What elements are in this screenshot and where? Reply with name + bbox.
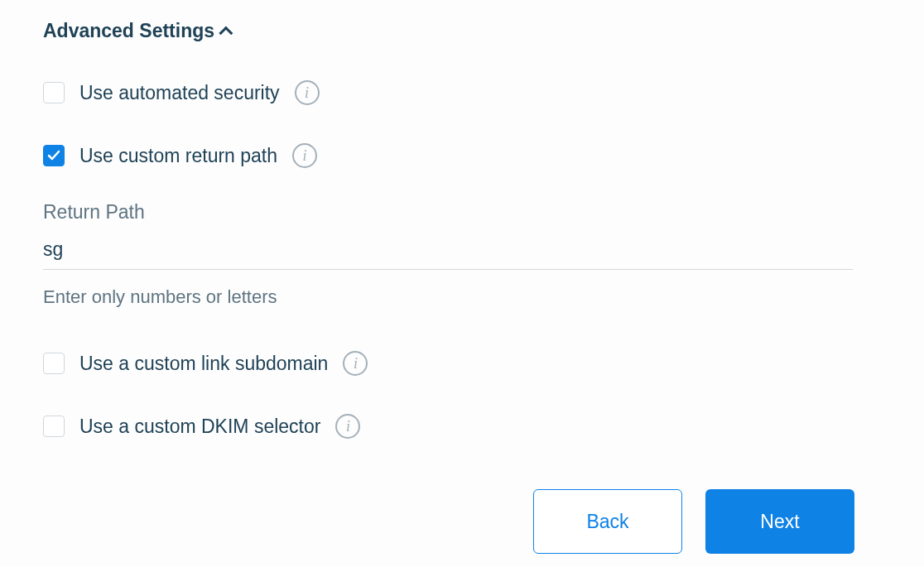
option-automated-security: Use automated security i [43,80,881,105]
return-path-label: Return Path [43,201,881,223]
checkbox-custom-return-path[interactable] [43,145,65,166]
option-custom-dkim-selector: Use a custom DKIM selector i [43,414,881,439]
option-label: Use a custom link subdomain [79,353,328,375]
chevron-up-icon [219,26,233,40]
checkbox-custom-link-subdomain[interactable] [43,353,65,374]
info-icon[interactable]: i [292,143,317,168]
return-path-input[interactable] [43,233,853,270]
option-label: Use automated security [79,82,280,104]
advanced-settings-toggle[interactable]: Advanced Settings [43,20,881,42]
checkbox-automated-security[interactable] [43,82,65,103]
return-path-field: Return Path Enter only numbers or letter… [43,201,881,308]
next-button[interactable]: Next [705,489,854,554]
back-button[interactable]: Back [533,489,682,554]
option-custom-link-subdomain: Use a custom link subdomain i [43,351,881,376]
option-label: Use a custom DKIM selector [79,416,320,438]
option-custom-return-path: Use custom return path i [43,143,881,168]
info-icon[interactable]: i [343,351,368,376]
check-icon [47,149,60,162]
option-label: Use custom return path [79,145,277,167]
info-icon[interactable]: i [295,80,320,105]
checkbox-custom-dkim-selector[interactable] [43,416,65,437]
button-row: Back Next [533,489,854,554]
section-title: Advanced Settings [43,20,214,42]
return-path-helper: Enter only numbers or letters [43,286,881,308]
info-icon[interactable]: i [335,414,360,439]
